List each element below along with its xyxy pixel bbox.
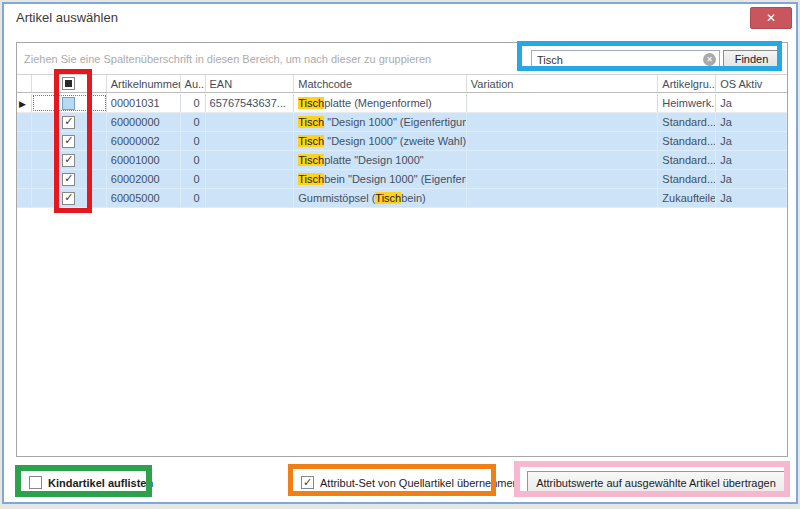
table-row[interactable]: ✓ 60000002 0 Tisch "Design 1000" (zweite…	[17, 132, 787, 151]
clear-search-icon[interactable]: ✕	[703, 53, 716, 66]
cell-variation	[467, 189, 658, 207]
kindartikel-label: Kindartikel auflisten	[48, 477, 153, 489]
screen: Artikel auswählen ✕ Ziehen Sie eine Spal…	[0, 0, 800, 509]
search-term-highlight: Tisch	[298, 97, 324, 109]
cell-ean	[206, 132, 295, 150]
row-indicator-cell	[17, 113, 32, 131]
cell-variation	[467, 132, 658, 150]
row-checkbox[interactable]	[62, 97, 75, 110]
check-icon: ✓	[64, 116, 73, 127]
search-term-highlight: Tisch	[298, 135, 324, 147]
row-checkbox-cell[interactable]	[32, 94, 107, 112]
attributset-checkbox[interactable]: ✓	[301, 476, 314, 489]
cell-au: 0	[181, 113, 206, 131]
grid-header-row: Artikelnummer Au... EAN Matchcode Variat…	[17, 74, 787, 93]
check-icon: ✓	[303, 477, 312, 488]
table-row[interactable]: ✓ 60001000 0 Tischplatte "Design 1000" S…	[17, 151, 787, 170]
cell-artikelgruppe: Standard...	[658, 132, 716, 150]
row-checkbox-cell[interactable]: ✓	[32, 113, 107, 131]
cell-ean	[206, 113, 295, 131]
row-checkbox[interactable]: ✓	[62, 173, 75, 186]
search-term-highlight: Tisch	[298, 116, 324, 128]
header-artikelgruppe[interactable]: Artikelgru...	[658, 75, 716, 92]
cell-ean	[206, 151, 295, 169]
cell-ean	[206, 189, 295, 207]
cell-au: 0	[181, 170, 206, 188]
cell-os-aktiv: Ja	[716, 151, 787, 169]
cell-matchcode: Tisch "Design 1000" (zweite Wahl)	[294, 132, 467, 150]
cell-variation	[467, 94, 658, 112]
cell-matchcode: Gummistöpsel (Tischbein)	[294, 189, 467, 207]
find-button[interactable]: Finden	[723, 50, 780, 69]
header-select-all-cell[interactable]	[32, 75, 107, 92]
grid-rows: ▶ 00001031 0 65767543637... Tischplatte …	[17, 94, 787, 208]
table-row[interactable]: ✓ 60000000 0 Tisch "Design 1000" (Eigenf…	[17, 113, 787, 132]
row-checkbox[interactable]: ✓	[62, 116, 75, 129]
search-term-highlight: Tisch	[298, 173, 324, 185]
cell-artikelgruppe: Standard...	[658, 151, 716, 169]
group-by-hint: Ziehen Sie eine Spaltenüberschrift in di…	[24, 53, 431, 65]
row-indicator-icon: ▶	[19, 99, 26, 109]
check-icon: ✓	[64, 192, 73, 203]
cell-matchcode: Tischplatte (Mengenformel)	[294, 94, 467, 112]
row-indicator-cell	[17, 151, 32, 169]
header-artikelnummer[interactable]: Artikelnummer	[107, 75, 181, 92]
cell-artikelgruppe: Zukaufteile	[658, 189, 716, 207]
row-checkbox[interactable]: ✓	[62, 154, 75, 167]
row-checkbox-cell[interactable]: ✓	[32, 189, 107, 207]
search-term-highlight: Tisch	[298, 154, 324, 166]
check-icon: ✓	[64, 135, 73, 146]
cell-artikelnummer: 60000002	[107, 132, 181, 150]
cell-matchcode: Tischbein "Design 1000" (Eigenfertig...	[294, 170, 467, 188]
row-checkbox[interactable]: ✓	[62, 192, 75, 205]
cell-ean	[206, 170, 295, 188]
table-row[interactable]: ▶ 00001031 0 65767543637... Tischplatte …	[17, 94, 787, 113]
table-row[interactable]: ✓ 60002000 0 Tischbein "Design 1000" (Ei…	[17, 170, 787, 189]
cell-variation	[467, 151, 658, 169]
cell-au: 0	[181, 94, 206, 112]
cell-os-aktiv: Ja	[716, 189, 787, 207]
transfer-attributes-button[interactable]: Attributswerte auf ausgewählte Artikel ü…	[527, 471, 785, 496]
header-variation[interactable]: Variation	[467, 75, 658, 92]
cell-artikelgruppe: Standard...	[658, 113, 716, 131]
check-icon: ✓	[64, 173, 73, 184]
cell-os-aktiv: Ja	[716, 132, 787, 150]
header-au[interactable]: Au...	[181, 75, 206, 92]
header-matchcode[interactable]: Matchcode	[294, 75, 467, 92]
artikel-auswaehlen-dialog: Artikel auswählen ✕ Ziehen Sie eine Spal…	[2, 2, 798, 504]
kindartikel-checkbox[interactable]	[29, 476, 42, 489]
cell-os-aktiv: Ja	[716, 94, 787, 112]
header-indicator-cell	[17, 75, 32, 92]
cell-artikelgruppe: Standard...	[658, 170, 716, 188]
search-input[interactable]	[531, 50, 720, 69]
cell-artikelnummer: 60000000	[107, 113, 181, 131]
cell-artikelnummer: 60001000	[107, 151, 181, 169]
attributset-label: Attribut-Set von Quellartikel übernehmen	[320, 477, 519, 489]
cell-os-aktiv: Ja	[716, 170, 787, 188]
cell-au: 0	[181, 189, 206, 207]
row-checkbox-cell[interactable]: ✓	[32, 151, 107, 169]
indeterminate-icon	[65, 80, 72, 87]
search-term-highlight: Tisch	[375, 192, 401, 204]
check-icon: ✓	[64, 154, 73, 165]
close-icon[interactable]: ✕	[750, 7, 792, 29]
row-checkbox[interactable]: ✓	[62, 135, 75, 148]
row-checkbox-cell[interactable]: ✓	[32, 170, 107, 188]
attributset-checkbox-group[interactable]: ✓ Attribut-Set von Quellartikel übernehm…	[301, 476, 519, 489]
select-all-checkbox[interactable]	[62, 77, 75, 90]
header-ean[interactable]: EAN	[206, 75, 295, 92]
kindartikel-checkbox-group[interactable]: Kindartikel auflisten	[29, 476, 153, 489]
cell-matchcode: Tisch "Design 1000" (Eigenfertigung)	[294, 113, 467, 131]
cell-variation	[467, 170, 658, 188]
cell-au: 0	[181, 151, 206, 169]
cell-ean: 65767543637...	[206, 94, 295, 112]
row-indicator-cell: ▶	[17, 94, 32, 112]
article-grid: Ziehen Sie eine Spaltenüberschrift in di…	[16, 42, 788, 457]
cell-variation	[467, 113, 658, 131]
cell-os-aktiv: Ja	[716, 113, 787, 131]
table-row[interactable]: ✓ 60005000 0 Gummistöpsel (Tischbein) Zu…	[17, 189, 787, 208]
cell-artikelgruppe: Heimwerk...	[658, 94, 716, 112]
row-indicator-cell	[17, 170, 32, 188]
header-os-aktiv[interactable]: OS Aktiv	[716, 75, 787, 92]
row-checkbox-cell[interactable]: ✓	[32, 132, 107, 150]
